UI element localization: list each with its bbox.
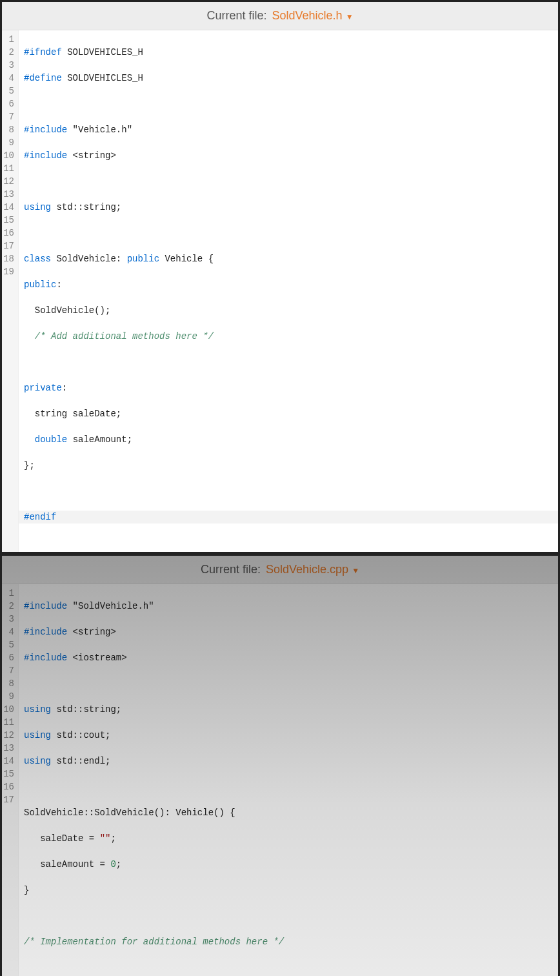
editor-panel: Current file: SoldVehicle.h ▼ 1234567891… bbox=[0, 0, 560, 554]
code-editor[interactable]: 12345678910111213141516171819 #ifndef SO… bbox=[2, 30, 558, 552]
editor-panel: Current file: SoldVehicle.cpp ▼ 12345678… bbox=[0, 554, 560, 976]
current-file-label: Current file: bbox=[206, 9, 266, 23]
code-content[interactable]: #ifndef SOLDVEHICLES_H #define SOLDVEHIC… bbox=[19, 30, 558, 552]
code-content[interactable]: #include "SoldVehicle.h" #include <strin… bbox=[19, 584, 558, 976]
chevron-down-icon: ▼ bbox=[352, 566, 359, 575]
current-file-label: Current file: bbox=[201, 563, 261, 576]
file-header: Current file: SoldVehicle.cpp ▼ bbox=[2, 556, 558, 584]
file-dropdown[interactable]: SoldVehicle.cpp ▼ bbox=[266, 563, 359, 576]
line-gutter: 1234567891011121314151617 bbox=[2, 584, 19, 976]
code-editor[interactable]: 1234567891011121314151617 #include "Sold… bbox=[2, 584, 558, 976]
file-header: Current file: SoldVehicle.h ▼ bbox=[2, 2, 558, 30]
line-gutter: 12345678910111213141516171819 bbox=[2, 30, 19, 552]
chevron-down-icon: ▼ bbox=[346, 12, 354, 21]
file-dropdown[interactable]: SoldVehicle.h ▼ bbox=[272, 9, 354, 23]
